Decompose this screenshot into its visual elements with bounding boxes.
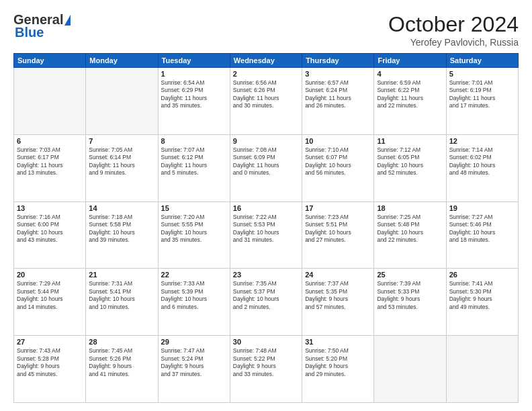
- day-info: Sunrise: 7:10 AM Sunset: 6:07 PM Dayligh…: [305, 146, 371, 177]
- calendar-day-cell: 21Sunrise: 7:31 AM Sunset: 5:41 PM Dayli…: [86, 269, 158, 336]
- calendar-day-cell: 26Sunrise: 7:41 AM Sunset: 5:30 PM Dayli…: [446, 269, 518, 336]
- day-number: 12: [449, 137, 515, 145]
- day-number: 15: [161, 204, 227, 212]
- calendar-week-row: 6Sunrise: 7:03 AM Sunset: 6:17 PM Daylig…: [14, 134, 519, 201]
- day-number: 19: [449, 204, 515, 212]
- calendar-day-cell: 23Sunrise: 7:35 AM Sunset: 5:37 PM Dayli…: [230, 269, 302, 336]
- day-info: Sunrise: 6:54 AM Sunset: 6:29 PM Dayligh…: [161, 79, 227, 110]
- calendar-day-cell: [446, 336, 518, 403]
- day-info: Sunrise: 7:16 AM Sunset: 6:00 PM Dayligh…: [17, 214, 83, 244]
- day-info: Sunrise: 7:20 AM Sunset: 5:55 PM Dayligh…: [161, 214, 227, 244]
- calendar-day-cell: 25Sunrise: 7:39 AM Sunset: 5:33 PM Dayli…: [374, 269, 446, 336]
- day-info: Sunrise: 7:33 AM Sunset: 5:39 PM Dayligh…: [161, 280, 227, 311]
- day-number: 1: [161, 70, 227, 78]
- day-number: 6: [17, 137, 83, 145]
- day-number: 22: [161, 271, 227, 279]
- logo-blue: Blue: [15, 25, 44, 40]
- calendar-day-cell: 22Sunrise: 7:33 AM Sunset: 5:39 PM Dayli…: [158, 269, 230, 336]
- calendar-day-header: Wednesday: [230, 54, 302, 68]
- calendar-day-cell: [374, 336, 446, 403]
- day-info: Sunrise: 7:31 AM Sunset: 5:41 PM Dayligh…: [89, 280, 154, 311]
- day-number: 28: [89, 338, 154, 346]
- calendar-day-cell: 27Sunrise: 7:43 AM Sunset: 5:28 PM Dayli…: [14, 336, 86, 403]
- day-info: Sunrise: 7:29 AM Sunset: 5:44 PM Dayligh…: [17, 280, 83, 311]
- calendar-week-row: 27Sunrise: 7:43 AM Sunset: 5:28 PM Dayli…: [14, 336, 519, 403]
- day-info: Sunrise: 7:45 AM Sunset: 5:26 PM Dayligh…: [89, 347, 154, 378]
- day-number: 27: [17, 338, 83, 346]
- page: General Blue October 2024 Yerofey Pavlov…: [0, 0, 532, 411]
- calendar-header-row: SundayMondayTuesdayWednesdayThursdayFrid…: [14, 54, 519, 68]
- calendar-day-cell: 4Sunrise: 6:59 AM Sunset: 6:22 PM Daylig…: [374, 68, 446, 135]
- day-info: Sunrise: 7:12 AM Sunset: 6:05 PM Dayligh…: [377, 146, 443, 177]
- day-info: Sunrise: 7:35 AM Sunset: 5:37 PM Dayligh…: [233, 280, 299, 311]
- calendar-day-cell: 14Sunrise: 7:18 AM Sunset: 5:58 PM Dayli…: [86, 201, 158, 269]
- calendar-day-cell: 2Sunrise: 6:56 AM Sunset: 6:26 PM Daylig…: [230, 68, 302, 135]
- day-number: 18: [377, 204, 443, 212]
- day-number: 9: [233, 137, 299, 145]
- day-info: Sunrise: 7:37 AM Sunset: 5:35 PM Dayligh…: [305, 280, 371, 311]
- day-info: Sunrise: 7:18 AM Sunset: 5:58 PM Dayligh…: [89, 214, 154, 244]
- day-info: Sunrise: 7:50 AM Sunset: 5:20 PM Dayligh…: [305, 347, 371, 378]
- day-number: 31: [305, 338, 371, 346]
- day-number: 26: [449, 271, 515, 279]
- day-info: Sunrise: 7:39 AM Sunset: 5:33 PM Dayligh…: [377, 280, 443, 311]
- day-info: Sunrise: 7:07 AM Sunset: 6:12 PM Dayligh…: [161, 146, 227, 177]
- calendar-day-cell: 31Sunrise: 7:50 AM Sunset: 5:20 PM Dayli…: [302, 336, 374, 403]
- calendar-day-cell: 11Sunrise: 7:12 AM Sunset: 6:05 PM Dayli…: [374, 134, 446, 201]
- calendar-day-cell: 13Sunrise: 7:16 AM Sunset: 6:00 PM Dayli…: [14, 201, 86, 269]
- day-number: 11: [377, 137, 443, 145]
- calendar-day-header: Thursday: [302, 54, 374, 68]
- day-number: 20: [17, 271, 83, 279]
- calendar-day-cell: 10Sunrise: 7:10 AM Sunset: 6:07 PM Dayli…: [302, 134, 374, 201]
- calendar-day-cell: 6Sunrise: 7:03 AM Sunset: 6:17 PM Daylig…: [14, 134, 86, 201]
- calendar-day-cell: 8Sunrise: 7:07 AM Sunset: 6:12 PM Daylig…: [158, 134, 230, 201]
- calendar-day-cell: 19Sunrise: 7:27 AM Sunset: 5:46 PM Dayli…: [446, 201, 518, 269]
- month-title: October 2024: [388, 12, 519, 37]
- day-info: Sunrise: 7:25 AM Sunset: 5:48 PM Dayligh…: [377, 214, 443, 244]
- day-number: 4: [377, 70, 443, 78]
- calendar-day-cell: 20Sunrise: 7:29 AM Sunset: 5:44 PM Dayli…: [14, 269, 86, 336]
- calendar-day-cell: [86, 68, 158, 135]
- calendar-day-cell: 5Sunrise: 7:01 AM Sunset: 6:19 PM Daylig…: [446, 68, 518, 135]
- day-number: 13: [17, 204, 83, 212]
- title-block: October 2024 Yerofey Pavlovich, Russia: [388, 12, 519, 48]
- calendar-day-cell: 30Sunrise: 7:48 AM Sunset: 5:22 PM Dayli…: [230, 336, 302, 403]
- calendar-day-header: Tuesday: [158, 54, 230, 68]
- day-number: 14: [89, 204, 154, 212]
- day-info: Sunrise: 7:01 AM Sunset: 6:19 PM Dayligh…: [449, 79, 515, 110]
- calendar-day-header: Saturday: [446, 54, 518, 68]
- day-number: 3: [305, 70, 371, 78]
- logo-triangle-icon: [64, 15, 71, 26]
- day-number: 5: [449, 70, 515, 78]
- day-info: Sunrise: 7:05 AM Sunset: 6:14 PM Dayligh…: [89, 146, 154, 177]
- day-info: Sunrise: 7:43 AM Sunset: 5:28 PM Dayligh…: [17, 347, 83, 378]
- day-number: 7: [89, 137, 154, 145]
- calendar-day-cell: 24Sunrise: 7:37 AM Sunset: 5:35 PM Dayli…: [302, 269, 374, 336]
- calendar-day-cell: 9Sunrise: 7:08 AM Sunset: 6:09 PM Daylig…: [230, 134, 302, 201]
- day-info: Sunrise: 7:03 AM Sunset: 6:17 PM Dayligh…: [17, 146, 83, 177]
- location: Yerofey Pavlovich, Russia: [388, 37, 519, 48]
- calendar-day-header: Monday: [86, 54, 158, 68]
- day-info: Sunrise: 6:57 AM Sunset: 6:24 PM Dayligh…: [305, 79, 371, 110]
- calendar-day-cell: 7Sunrise: 7:05 AM Sunset: 6:14 PM Daylig…: [86, 134, 158, 201]
- calendar-day-header: Friday: [374, 54, 446, 68]
- day-info: Sunrise: 7:27 AM Sunset: 5:46 PM Dayligh…: [449, 214, 515, 244]
- calendar-day-cell: 17Sunrise: 7:23 AM Sunset: 5:51 PM Dayli…: [302, 201, 374, 269]
- day-number: 25: [377, 271, 443, 279]
- day-number: 30: [233, 338, 299, 346]
- day-number: 10: [305, 137, 371, 145]
- day-info: Sunrise: 7:23 AM Sunset: 5:51 PM Dayligh…: [305, 214, 371, 244]
- day-info: Sunrise: 7:22 AM Sunset: 5:53 PM Dayligh…: [233, 214, 299, 244]
- calendar-day-cell: 15Sunrise: 7:20 AM Sunset: 5:55 PM Dayli…: [158, 201, 230, 269]
- day-number: 29: [161, 338, 227, 346]
- calendar-day-cell: 29Sunrise: 7:47 AM Sunset: 5:24 PM Dayli…: [158, 336, 230, 403]
- day-number: 24: [305, 271, 371, 279]
- calendar-day-cell: 3Sunrise: 6:57 AM Sunset: 6:24 PM Daylig…: [302, 68, 374, 135]
- logo: General Blue: [13, 12, 71, 40]
- day-info: Sunrise: 7:48 AM Sunset: 5:22 PM Dayligh…: [233, 347, 299, 378]
- header: General Blue October 2024 Yerofey Pavlov…: [13, 12, 519, 48]
- calendar-day-header: Sunday: [14, 54, 86, 68]
- calendar-table: SundayMondayTuesdayWednesdayThursdayFrid…: [13, 53, 519, 403]
- day-number: 23: [233, 271, 299, 279]
- calendar-week-row: 20Sunrise: 7:29 AM Sunset: 5:44 PM Dayli…: [14, 269, 519, 336]
